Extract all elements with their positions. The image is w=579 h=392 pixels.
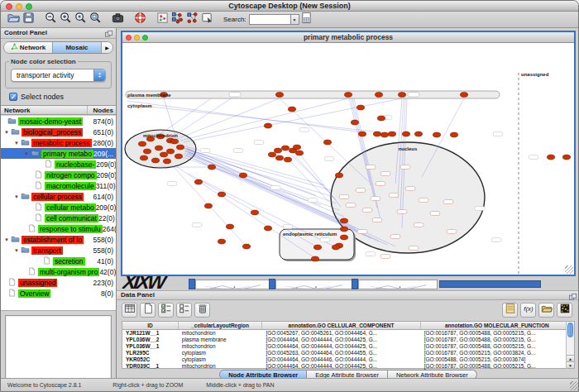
graph-node[interactable] bbox=[143, 149, 151, 154]
background-window-thumbnail[interactable] bbox=[275, 280, 352, 289]
zoom-fit-button[interactable] bbox=[89, 13, 102, 26]
zoom-out-button[interactable] bbox=[44, 13, 57, 26]
table-row[interactable]: YLR295Ccytoplasm[GO:0045263, GO:0044464,… bbox=[122, 350, 574, 356]
graph-node[interactable] bbox=[194, 179, 202, 184]
tree-item-secretion[interactable]: secretion41(0) bbox=[1, 256, 116, 266]
graph-node[interactable] bbox=[380, 132, 388, 137]
column-header[interactable]: _cellularLayoutRegion bbox=[179, 322, 263, 329]
graph-node[interactable] bbox=[340, 235, 347, 240]
tree-header-network[interactable]: Network bbox=[1, 106, 88, 114]
graph-node[interactable] bbox=[176, 145, 184, 150]
network-window[interactable]: primary metabolic process plasma membran… bbox=[121, 31, 576, 276]
tree-item-biological-process[interactable]: ▼biological_process651(0) bbox=[1, 127, 116, 137]
graph-node[interactable] bbox=[218, 192, 225, 197]
merge-networks-button[interactable] bbox=[170, 13, 184, 26]
graph-node[interactable] bbox=[160, 152, 167, 157]
network-canvas[interactable]: plasma membranecytoplasmmitochondrionnuc… bbox=[122, 43, 574, 275]
graph-node[interactable] bbox=[274, 148, 281, 153]
network-graph[interactable]: plasma membranecytoplasmmitochondrionnuc… bbox=[122, 43, 574, 276]
tree-item-primary-metabo[interactable]: ▼primary metabo209(... bbox=[1, 148, 116, 159]
graph-node[interactable] bbox=[433, 132, 440, 137]
tree-item-response-to-stimulu[interactable]: response to stimulu264(0) bbox=[1, 223, 116, 234]
tab-overflow-button[interactable]: ▶ bbox=[102, 42, 112, 53]
scroll-up-button[interactable]: ▲ bbox=[567, 355, 574, 361]
expander-icon[interactable]: ▼ bbox=[24, 151, 31, 157]
graph-node[interactable] bbox=[402, 131, 409, 136]
graph-node[interactable] bbox=[218, 239, 225, 244]
window-resize-grip[interactable] bbox=[570, 381, 579, 390]
graph-node[interactable] bbox=[373, 131, 380, 136]
background-window-titlebar[interactable] bbox=[269, 279, 275, 289]
compare-networks-button[interactable] bbox=[185, 13, 199, 26]
expander-icon[interactable]: ▼ bbox=[4, 237, 11, 243]
tree-item-nucleobase-[interactable]: nucleobase-209(0) bbox=[1, 159, 116, 170]
graph-node[interactable] bbox=[155, 146, 162, 151]
graph-node[interactable] bbox=[175, 154, 182, 159]
table-mode-button[interactable] bbox=[122, 303, 137, 318]
title-bar[interactable]: Cytoscape Desktop (New Session) bbox=[1, 1, 578, 12]
graph-node[interactable] bbox=[340, 218, 347, 223]
graph-node[interactable] bbox=[288, 107, 295, 112]
graph-node[interactable] bbox=[281, 146, 289, 151]
graph-node[interactable] bbox=[340, 227, 347, 232]
graph-node[interactable] bbox=[151, 158, 159, 163]
tree-item-cell-communicat[interactable]: cell communicat22(0) bbox=[1, 213, 116, 223]
overview-button[interactable] bbox=[156, 13, 169, 26]
graph-node[interactable] bbox=[547, 155, 554, 160]
new-attribute-button[interactable] bbox=[140, 303, 156, 318]
column-header[interactable]: annotation.GO CELLULAR_COMPONENT bbox=[262, 322, 420, 329]
table-row[interactable]: YPL036W__2plasma membrane[GO:0044464, GO… bbox=[122, 337, 574, 343]
tree-item-cellular-process[interactable]: ▼cellular process614(0) bbox=[1, 191, 116, 202]
search-dropdown-button[interactable]: ▼ bbox=[290, 14, 299, 25]
graph-node[interactable] bbox=[268, 152, 275, 157]
tree-item-multi-organism-pro[interactable]: multi-organism pro42(0) bbox=[1, 266, 116, 277]
graph-node[interactable] bbox=[166, 149, 174, 154]
graph-node[interactable] bbox=[204, 203, 212, 208]
tab-network[interactable]: Network bbox=[4, 42, 53, 53]
graph-node[interactable] bbox=[375, 93, 382, 98]
help-button[interactable] bbox=[133, 13, 146, 26]
canvas-resize-grip[interactable] bbox=[565, 265, 573, 274]
tree-item-metabolic-process[interactable]: ▼metabolic process280(0) bbox=[1, 137, 116, 148]
tree-item-establishment-of-lo[interactable]: ▼establishment of lo558(0) bbox=[1, 234, 116, 245]
graph-node[interactable] bbox=[251, 210, 258, 215]
scroll-down-button[interactable]: ▼ bbox=[567, 361, 574, 368]
graph-node[interactable] bbox=[275, 93, 283, 98]
expander-icon[interactable]: ▼ bbox=[14, 140, 21, 146]
tree-item-unassigned[interactable]: unassigned223(0) bbox=[1, 277, 116, 288]
save-button[interactable] bbox=[22, 13, 35, 26]
table-row[interactable]: YPL036W__1mitochondrion[GO:0044464, GO:0… bbox=[122, 343, 574, 350]
graph-node[interactable] bbox=[208, 165, 215, 170]
graph-node[interactable] bbox=[163, 159, 170, 164]
open-file-button[interactable] bbox=[7, 13, 20, 26]
scrollbar-thumb[interactable] bbox=[567, 323, 573, 337]
graph-node[interactable] bbox=[388, 131, 395, 136]
graph-node[interactable] bbox=[239, 173, 246, 178]
graph-node[interactable] bbox=[293, 145, 300, 150]
expander-icon[interactable]: ▼ bbox=[14, 194, 21, 200]
column-header[interactable]: ID bbox=[122, 322, 179, 329]
select-nodes-checkbox[interactable]: ✓ bbox=[9, 93, 17, 101]
graph-node[interactable] bbox=[242, 244, 250, 249]
graph-node[interactable] bbox=[358, 131, 366, 136]
background-window-titlebar[interactable] bbox=[189, 279, 195, 289]
snapshot-button[interactable] bbox=[111, 13, 124, 26]
import-attributes-button[interactable] bbox=[538, 303, 554, 318]
graph-node[interactable] bbox=[335, 173, 342, 178]
graph-node[interactable] bbox=[450, 132, 457, 137]
network-window-titlebar[interactable]: primary metabolic process bbox=[122, 32, 574, 43]
graph-node[interactable] bbox=[170, 139, 178, 144]
tree-item-transport[interactable]: ▼transport558(0) bbox=[1, 245, 116, 256]
node-color-dropdown[interactable]: transporter activity ▲▼ bbox=[11, 69, 106, 82]
tree-item-mosaic-demo-yeast[interactable]: mosaic-demo-yeast874(0) bbox=[1, 116, 116, 127]
table-row[interactable]: YJR121W__1mitochondrion[GO:0045267, GO:0… bbox=[122, 330, 574, 337]
graph-node[interactable] bbox=[138, 141, 146, 146]
tab-mosaic[interactable]: Mosaic bbox=[53, 42, 102, 53]
table-row[interactable]: YDR039C__1mitochondrion[GO:0044464, GO:0… bbox=[122, 363, 574, 370]
graph-node[interactable] bbox=[562, 155, 570, 160]
graph-node[interactable] bbox=[377, 116, 385, 121]
zoom-selected-button[interactable] bbox=[74, 13, 87, 26]
select-attributes-button[interactable] bbox=[158, 303, 174, 318]
unselect-attributes-button[interactable] bbox=[176, 303, 192, 318]
graph-node[interactable] bbox=[351, 120, 358, 125]
